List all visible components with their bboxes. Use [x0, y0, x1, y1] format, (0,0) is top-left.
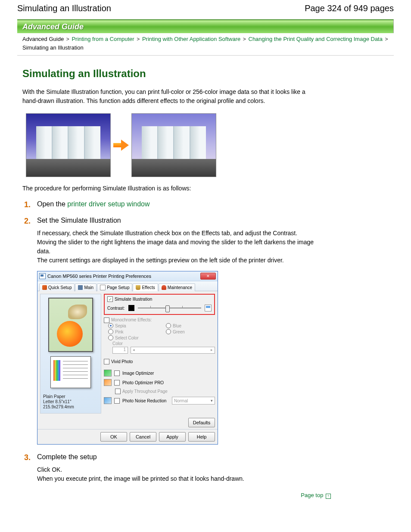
arrow-icon: [113, 139, 129, 152]
simulate-checkbox[interactable]: ✓: [107, 296, 113, 302]
step-body-line: When you execute print, the image will b…: [37, 474, 315, 483]
step-body-line: Click OK.: [37, 465, 315, 474]
dialog-titlebar: Canon MP560 series Printer Printing Pref…: [37, 271, 218, 281]
radio-sepia[interactable]: [108, 323, 113, 328]
doc-icon: [100, 285, 106, 290]
simulate-label: Simulate Illustration: [115, 297, 152, 302]
close-icon: ✕: [206, 274, 210, 278]
tab-effects[interactable]: Effects: [133, 283, 158, 291]
apply-throughout-label: Apply Throughout Page: [122, 389, 168, 394]
brush-icon: [136, 285, 140, 290]
breadcrumb-sep: >: [242, 36, 247, 42]
up-arrow-icon: ↑: [326, 494, 331, 499]
preview-column: Plain Paper Letter 8.5"x11" 215.9x279.4m…: [40, 294, 101, 414]
page-title: Simulating an Illustration: [17, 3, 111, 13]
tabs: Quick Setup Main Page Setup Effects Main…: [37, 281, 218, 291]
step-body-line: If necessary, check the Simulate Illustr…: [37, 229, 315, 256]
help-button[interactable]: Help: [188, 432, 215, 442]
settings-preview: [48, 298, 93, 352]
monochrome-label: Monochrome Effects:: [111, 317, 152, 322]
dialog-title: Canon MP560 series Printer Printing Pref…: [47, 274, 151, 279]
breadcrumb-link[interactable]: Printing from a Computer: [72, 36, 134, 42]
intro-text: With the Simulate Illustration function,…: [22, 87, 315, 106]
slider-thumb[interactable]: [165, 305, 170, 312]
defaults-label: Defaults: [193, 420, 210, 425]
radio-pink[interactable]: [108, 329, 113, 334]
layout-preview: [50, 356, 91, 388]
sample-images: [26, 113, 315, 177]
page-counter: Page 324 of 949 pages: [305, 3, 394, 13]
tab-quick-setup[interactable]: Quick Setup: [39, 283, 75, 291]
heading: Simulating an Illustration: [22, 68, 315, 80]
breadcrumb-item: Advanced Guide: [22, 36, 64, 42]
sample-original: [26, 113, 111, 177]
simulate-group: ✓ Simulate Illustration Contrast:: [104, 294, 215, 315]
apply-button[interactable]: Apply: [159, 432, 186, 442]
tab-maintenance[interactable]: Maintenance: [159, 283, 195, 291]
printer-icon: [78, 285, 83, 290]
step-body-line: The current settings are displayed in th…: [37, 256, 315, 265]
vivid-label: Vivid Photo: [111, 359, 133, 364]
noise-dropdown[interactable]: Normal: [172, 397, 215, 404]
driver-setup-link[interactable]: printer driver setup window: [67, 200, 149, 208]
light-icon: [205, 305, 212, 311]
monochrome-checkbox[interactable]: [104, 317, 109, 323]
banner-label: Advanced Guide: [22, 22, 84, 31]
radio-green[interactable]: [166, 329, 171, 334]
step-1: Open the printer driver setup window: [24, 200, 315, 208]
people-icon: [162, 285, 166, 290]
787-button[interactable]: Defaults: [188, 418, 215, 427]
breadcrumb-current: Simulating an Illustration: [22, 44, 84, 51]
noise-label: Photo Noise Reduction: [122, 398, 166, 403]
radio-blue[interactable]: [166, 323, 171, 328]
ok-button[interactable]: OK: [100, 432, 127, 442]
banner: Advanced Guide: [17, 19, 394, 33]
contrast-label: Contrast:: [107, 306, 125, 311]
print-prefs-dialog: Canon MP560 series Printer Printing Pref…: [37, 271, 218, 445]
contrast-slider[interactable]: [138, 305, 201, 311]
image-opt-label: Image Optimizer: [122, 371, 154, 376]
breadcrumb-link[interactable]: Printing with Other Application Software: [142, 36, 240, 42]
image-opt-checkbox[interactable]: [114, 370, 120, 376]
media-type: Plain Paper: [43, 394, 98, 399]
step-title: Set the Simulate Illustration: [37, 217, 315, 224]
dark-icon: [128, 305, 134, 311]
page-top-link[interactable]: Page top ↑: [17, 492, 331, 499]
tab-page-setup[interactable]: Page Setup: [97, 283, 132, 291]
color-value[interactable]: 1: [112, 347, 128, 354]
step-title-prefix: Open the: [37, 200, 67, 208]
apply-throughout-checkbox[interactable]: [115, 389, 121, 394]
breadcrumb: Advanced Guide > Printing from a Compute…: [17, 33, 394, 56]
noise-icon: [104, 397, 112, 404]
step-2: Set the Simulate Illustration If necessa…: [24, 217, 315, 445]
radio-select-color[interactable]: [108, 335, 113, 340]
sample-illustration: [131, 113, 216, 177]
procedure-intro: The procedure for performing Simulate Il…: [22, 185, 315, 192]
tab-main[interactable]: Main: [75, 283, 97, 291]
photo-opt-icon: [104, 379, 112, 386]
breadcrumb-sep: >: [136, 36, 140, 42]
photo-opt-checkbox[interactable]: [114, 380, 120, 386]
breadcrumb-link[interactable]: Changing the Print Quality and Correctin…: [249, 36, 383, 42]
close-button[interactable]: ✕: [200, 273, 216, 280]
breadcrumb-sep: >: [65, 36, 70, 42]
wrench-icon: [42, 285, 47, 290]
breadcrumb-sep: >: [384, 36, 389, 42]
photo-opt-label: Photo Optimizer PRO: [122, 380, 164, 385]
media-size: Letter 8.5"x11" 215.9x279.4mm: [43, 399, 98, 410]
step-3: Complete the setup Click OK. When you ex…: [24, 453, 315, 483]
color-label: Color: [112, 341, 123, 346]
noise-checkbox[interactable]: [114, 398, 120, 404]
cancel-button[interactable]: Cancel: [130, 432, 156, 442]
color-slider[interactable]: ◂ ▸: [131, 347, 215, 354]
printer-icon: [39, 273, 46, 279]
vivid-checkbox[interactable]: [104, 359, 109, 364]
image-opt-icon: [104, 370, 112, 376]
step-title: Complete the setup: [37, 453, 315, 461]
